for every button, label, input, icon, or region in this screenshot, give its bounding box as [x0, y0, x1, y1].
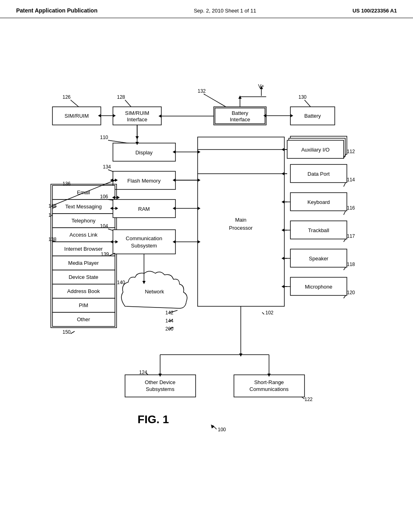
flash-memory-label: Flash Memory — [127, 178, 161, 184]
ref-128: 128 — [117, 94, 125, 100]
ref-148: 148 — [48, 203, 56, 209]
access-link-label: Access Link — [69, 232, 98, 238]
header-date-sheet: Sep. 2, 2010 Sheet 1 of 11 — [194, 8, 256, 14]
media-player-label: Media Player — [68, 260, 99, 266]
sim-ruim-interface-label-2: Interface — [127, 116, 148, 123]
svg-line-2 — [204, 94, 226, 107]
other-device-label-1: Other Device — [145, 379, 175, 385]
main-processor-label-2: Processor — [229, 225, 253, 231]
ref-120: 120 — [347, 290, 355, 295]
ref-117: 117 — [347, 233, 355, 239]
diagram-svg: 126 128 132 V+ 130 SIM/RUIM SIM/RUIM Int… — [0, 24, 413, 532]
battery-interface-label-2: Interface — [230, 116, 250, 123]
address-book-label: Address Book — [67, 288, 100, 294]
ref-130: 130 — [298, 94, 307, 100]
ref-106: 106 — [100, 194, 108, 200]
svg-line-69 — [262, 312, 264, 314]
comm-subsystem-label-1: Communication — [126, 235, 162, 241]
svg-line-27 — [344, 211, 346, 215]
sim-ruim-interface-label-1: SIM/RUIM — [125, 110, 149, 116]
svg-line-25 — [71, 331, 75, 334]
svg-marker-71 — [239, 353, 242, 357]
ref-114: 114 — [347, 177, 355, 183]
ref-110: 110 — [100, 135, 108, 140]
diagram-area: 126 128 132 V+ 130 SIM/RUIM SIM/RUIM Int… — [0, 24, 413, 532]
svg-line-31 — [344, 295, 346, 298]
ref-124: 124 — [139, 370, 147, 375]
ref-104: 104 — [100, 223, 108, 229]
svg-line-19 — [344, 183, 346, 187]
ref-139: 139 — [101, 251, 109, 257]
ref-144: 144 — [165, 318, 173, 324]
fig-label: FIG. 1 — [138, 413, 169, 426]
short-range-label-2: Communications — [250, 386, 289, 392]
pim-label: PIM — [79, 302, 88, 308]
ref-100: 100 — [218, 427, 226, 432]
svg-line-0 — [71, 100, 79, 107]
speaker-label: Speaker — [309, 256, 329, 262]
ref-118: 118 — [347, 262, 355, 267]
page-header: Patent Application Publication Sep. 2, 2… — [0, 0, 413, 18]
svg-line-5 — [305, 100, 311, 107]
battery-interface-label-1: Battery — [232, 110, 248, 116]
ref-116: 116 — [347, 205, 355, 211]
ref-122: 122 — [305, 397, 313, 402]
data-port-label: Data Port — [308, 171, 330, 177]
device-state-label: Device State — [69, 274, 98, 280]
ref-102: 102 — [265, 310, 273, 316]
network-label: Network — [145, 289, 164, 295]
comm-subsystem-label-2: Subsystem — [131, 243, 157, 249]
telephony-label: Telephony — [71, 218, 96, 224]
display-label: Display — [136, 150, 153, 156]
svg-marker-15 — [238, 96, 242, 99]
main-processor-label-1: Main — [235, 217, 246, 223]
internet-browser-label: Internet Browser — [64, 246, 103, 252]
text-messaging-label: Text Messaging — [65, 204, 102, 210]
other-label: Other — [77, 316, 90, 322]
other-device-label-2: Subsystems — [146, 386, 175, 392]
ref-150: 150 — [63, 329, 71, 335]
page: Patent Application Publication Sep. 2, 2… — [0, 0, 413, 532]
short-range-label-1: Short-Range — [254, 379, 284, 385]
ref-112: 112 — [347, 149, 355, 154]
battery-label: Battery — [304, 113, 321, 119]
header-patent-number: US 100/223356 A1 — [353, 8, 397, 14]
ram-label: RAM — [138, 206, 150, 212]
svg-line-30 — [344, 267, 346, 270]
ref-134: 134 — [103, 164, 111, 170]
sim-ruim-label: SIM/RUIM — [65, 113, 89, 119]
keyboard-label: Keyboard — [307, 199, 330, 205]
microphone-label: Microphone — [305, 284, 332, 290]
svg-line-1 — [125, 100, 131, 107]
svg-line-29 — [344, 239, 346, 242]
aux-io-label: Auxiliary I/O — [301, 147, 330, 153]
header-publication-label: Patent Application Publication — [16, 7, 98, 14]
ref-132: 132 — [198, 88, 206, 94]
ref-126: 126 — [63, 94, 71, 100]
trackball-label: Trackball — [308, 227, 329, 233]
comm-subsystem-box — [113, 230, 175, 254]
svg-marker-92 — [117, 196, 120, 199]
